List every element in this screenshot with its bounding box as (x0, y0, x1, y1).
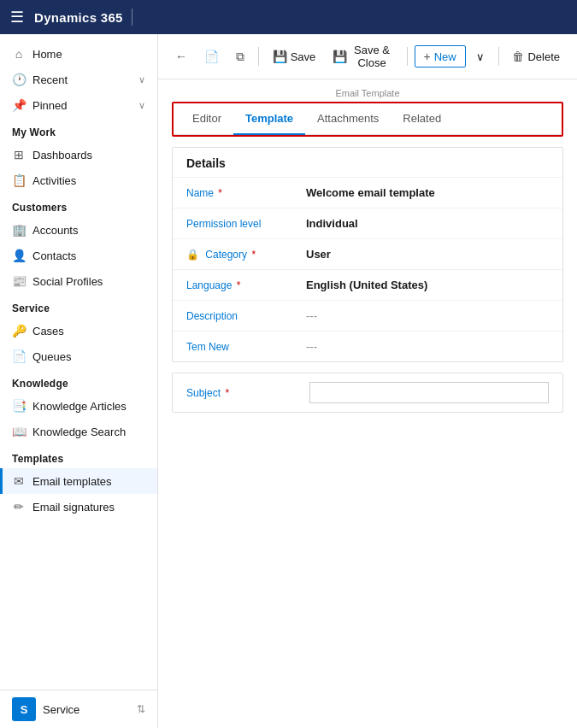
sidebar-footer[interactable]: S Service ⇅ (0, 690, 157, 728)
app-title: Dynamics 365 (34, 10, 123, 25)
toolbar-sep-1 (258, 47, 259, 66)
content-area: ← 📄 ⧉ 💾 Save 💾 Save & Close + New (158, 34, 577, 728)
dashboards-icon: ⊞ (12, 148, 26, 161)
sidebar-activities-label: Activities (32, 174, 145, 187)
record-icon: 📄 (204, 50, 219, 63)
sidebar-accounts-label: Accounts (32, 224, 145, 237)
field-label-language: Language * (186, 279, 306, 291)
activities-icon: 📋 (12, 173, 26, 187)
category-required-indicator: * (251, 249, 256, 261)
form-header-label: Email Template (158, 79, 577, 102)
sidebar-item-knowledge-search[interactable]: 📖 Knowledge Search (0, 419, 157, 444)
save-icon: 💾 (273, 50, 287, 63)
tabs-container: Editor Template Attachments Related (172, 102, 563, 137)
page-content: Email Template Editor Template Attachmen… (158, 79, 577, 728)
field-value-language[interactable]: English (United States) (306, 279, 549, 291)
topbar-divider (132, 9, 132, 26)
pinned-chevron-icon: ∨ (138, 100, 145, 111)
save-close-icon: 💾 (333, 50, 347, 63)
sidebar-cases-label: Cases (32, 325, 145, 338)
back-button[interactable]: ← (168, 45, 194, 68)
field-row-tem-new: Tem New --- (173, 331, 562, 361)
save-close-button[interactable]: 💾 Save & Close (326, 39, 399, 73)
field-value-tem-new[interactable]: --- (306, 340, 549, 353)
save-button[interactable]: 💾 Save (266, 45, 323, 68)
sidebar-item-social-profiles[interactable]: 📰 Social Profiles (0, 268, 157, 294)
sidebar-item-knowledge-articles[interactable]: 📑 Knowledge Articles (0, 393, 157, 419)
social-profiles-icon: 📰 (12, 274, 26, 288)
field-label-category: 🔒 Category * (186, 249, 306, 261)
new-dropdown-button[interactable]: ∨ (469, 46, 492, 68)
sidebar-recent-label: Recent (32, 73, 132, 86)
service-section-header: Service (0, 294, 157, 318)
new-icon: + (424, 50, 431, 63)
new-button[interactable]: + New (415, 45, 466, 68)
my-work-header: My Work (0, 118, 157, 142)
recent-icon: 🕐 (12, 73, 26, 86)
templates-header: Templates (0, 444, 157, 468)
sidebar: ⌂ Home 🕐 Recent ∨ 📌 Pinned ∨ My Work ⊞ D… (0, 34, 158, 728)
sidebar-footer-avatar: S (12, 697, 36, 721)
category-lock-icon: 🔒 (186, 249, 199, 261)
sidebar-item-email-templates[interactable]: ✉ Email templates (0, 468, 157, 494)
toolbar-sep-3 (498, 47, 499, 66)
record-button[interactable]: 📄 (197, 45, 226, 68)
sidebar-email-signatures-label: Email signatures (32, 501, 145, 514)
delete-button[interactable]: 🗑 Delete (505, 45, 567, 68)
subject-section: Subject * (172, 373, 563, 413)
field-value-name[interactable]: Welcome email template (306, 186, 549, 199)
field-row-name: Name * Welcome email template (173, 177, 562, 208)
sidebar-item-pinned[interactable]: 📌 Pinned ∨ (0, 92, 157, 118)
main-layout: ⌂ Home 🕐 Recent ∨ 📌 Pinned ∨ My Work ⊞ D… (0, 34, 577, 728)
contacts-icon: 👤 (12, 249, 26, 262)
delete-label: Delete (527, 50, 560, 63)
duplicate-icon: ⧉ (236, 50, 244, 64)
tab-related[interactable]: Related (391, 103, 453, 135)
duplicate-button[interactable]: ⧉ (229, 45, 251, 68)
sidebar-email-templates-label: Email templates (32, 475, 145, 488)
subject-input[interactable] (309, 382, 549, 403)
pinned-icon: 📌 (12, 98, 26, 112)
subject-label: Subject * (186, 387, 306, 399)
sidebar-item-home[interactable]: ⌂ Home (0, 41, 157, 67)
delete-icon: 🗑 (512, 50, 524, 63)
sidebar-item-contacts[interactable]: 👤 Contacts (0, 243, 157, 268)
sidebar-knowledge-search-label: Knowledge Search (32, 426, 145, 438)
sidebar-item-cases[interactable]: 🔑 Cases (0, 318, 157, 343)
sidebar-item-queues[interactable]: 📄 Queues (0, 343, 157, 369)
sidebar-contacts-label: Contacts (32, 250, 145, 262)
knowledge-articles-icon: 📑 (12, 399, 26, 413)
field-value-description[interactable]: --- (306, 309, 549, 322)
sidebar-dashboards-label: Dashboards (32, 149, 145, 161)
field-row-category: 🔒 Category * User (173, 238, 562, 269)
sidebar-item-recent[interactable]: 🕐 Recent ∨ (0, 67, 157, 92)
new-dropdown-icon: ∨ (476, 50, 485, 63)
field-value-permission[interactable]: Individual (306, 217, 549, 230)
knowledge-search-icon: 📖 (12, 425, 26, 438)
sidebar-item-accounts[interactable]: 🏢 Accounts (0, 217, 157, 243)
field-label-name: Name * (186, 187, 306, 199)
knowledge-header: Knowledge (0, 369, 157, 393)
recent-chevron-icon: ∨ (138, 74, 145, 85)
sidebar-footer-chevron-icon: ⇅ (137, 703, 145, 715)
tab-attachments[interactable]: Attachments (305, 103, 391, 135)
sidebar-item-email-signatures[interactable]: ✏ Email signatures (0, 494, 157, 520)
name-required-indicator: * (218, 187, 222, 199)
hamburger-icon[interactable]: ☰ (10, 8, 24, 26)
field-value-category[interactable]: User (306, 248, 549, 261)
save-label: Save (291, 50, 316, 63)
save-close-label: Save & Close (350, 44, 392, 69)
sidebar-home-label: Home (32, 48, 145, 61)
sidebar-item-activities[interactable]: 📋 Activities (0, 167, 157, 193)
tab-template[interactable]: Template (233, 103, 305, 135)
tabs: Editor Template Attachments Related (174, 103, 562, 135)
field-label-description: Description (186, 310, 306, 322)
toolbar: ← 📄 ⧉ 💾 Save 💾 Save & Close + New (158, 34, 577, 79)
sidebar-item-dashboards[interactable]: ⊞ Dashboards (0, 142, 157, 167)
sidebar-social-profiles-label: Social Profiles (32, 275, 145, 288)
field-row-language: Language * English (United States) (173, 269, 562, 300)
field-row-permission: Permission level Individual (173, 208, 562, 238)
tab-editor[interactable]: Editor (180, 103, 233, 135)
queues-icon: 📄 (12, 349, 26, 363)
home-icon: ⌂ (12, 47, 26, 61)
